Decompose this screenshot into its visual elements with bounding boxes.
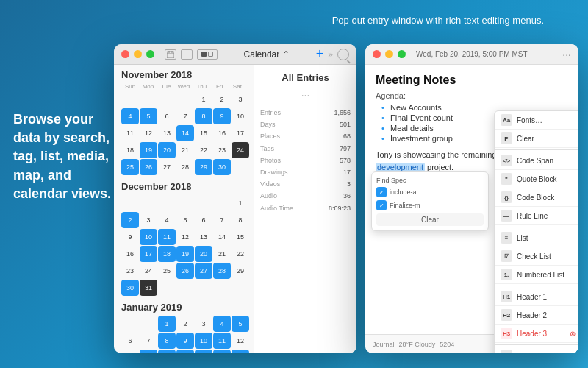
- cal-day[interactable]: 30: [121, 280, 139, 296]
- add-entry-button[interactable]: +: [316, 46, 324, 62]
- cal-day[interactable]: 5: [176, 212, 194, 228]
- cal-day[interactable]: 26: [140, 159, 157, 175]
- cal-day[interactable]: 24: [140, 263, 157, 279]
- find-clear-button[interactable]: Clear: [376, 213, 484, 226]
- cal-day[interactable]: 18: [213, 350, 231, 353]
- cal-day[interactable]: 15: [158, 350, 176, 353]
- cal-day[interactable]: [176, 280, 194, 296]
- cal-day[interactable]: 9: [176, 333, 194, 349]
- cal-day[interactable]: 25: [121, 159, 139, 175]
- cal-day[interactable]: 10: [140, 229, 157, 245]
- cal-day[interactable]: 5: [232, 316, 249, 332]
- cal-day[interactable]: 28: [213, 263, 231, 279]
- cal-day[interactable]: 6: [195, 212, 212, 228]
- cal-day[interactable]: 6: [121, 333, 139, 349]
- cal-day[interactable]: [213, 280, 231, 296]
- cal-day[interactable]: [176, 195, 194, 211]
- notes-more-icon[interactable]: ···: [562, 49, 571, 60]
- cal-day[interactable]: 8: [158, 333, 176, 349]
- cal-day[interactable]: 27: [158, 159, 176, 175]
- format-code-block[interactable]: {} Code Block: [495, 188, 578, 207]
- cal-day[interactable]: [195, 195, 212, 211]
- cal-day[interactable]: 2: [121, 212, 139, 228]
- cal-day[interactable]: 2: [213, 91, 231, 107]
- cal-day[interactable]: 4: [121, 108, 139, 124]
- cal-day[interactable]: 4: [213, 316, 231, 332]
- cal-day[interactable]: 3: [195, 316, 212, 332]
- cal-day[interactable]: 12: [232, 333, 249, 349]
- cal-day[interactable]: 7: [213, 212, 231, 228]
- cal-day[interactable]: [140, 316, 157, 332]
- find-checkbox-2[interactable]: ✓: [376, 200, 387, 210]
- cal-day[interactable]: [176, 91, 194, 107]
- cal-day[interactable]: 23: [121, 263, 139, 279]
- cal-day[interactable]: 21: [213, 246, 231, 262]
- cal-day[interactable]: 3: [232, 91, 249, 107]
- cal-day[interactable]: 17: [232, 125, 249, 141]
- cal-day[interactable]: [121, 195, 139, 211]
- more-button[interactable]: »: [328, 49, 333, 60]
- cal-day[interactable]: 30: [213, 159, 231, 175]
- cal-day[interactable]: 16: [121, 246, 139, 262]
- cal-day[interactable]: [140, 195, 157, 211]
- search-icon[interactable]: [337, 49, 349, 60]
- format-numbered-list[interactable]: 1. Numbered List: [495, 266, 578, 284]
- cal-day[interactable]: 14: [140, 350, 157, 353]
- format-h3[interactable]: H3 Header 3 ⊗: [495, 325, 578, 343]
- cal-day[interactable]: 12: [176, 229, 194, 245]
- fullscreen-button[interactable]: [146, 50, 154, 58]
- cal-day[interactable]: [158, 280, 176, 296]
- cal-day[interactable]: [158, 195, 176, 211]
- cal-day[interactable]: 13: [195, 229, 212, 245]
- calendar-icon[interactable]: [165, 49, 176, 60]
- format-check-list[interactable]: ☑ Check List: [495, 247, 578, 266]
- cal-day[interactable]: [232, 280, 249, 296]
- view-icon[interactable]: [181, 49, 193, 60]
- cal-day[interactable]: 22: [195, 142, 212, 158]
- cal-day[interactable]: 27: [195, 263, 212, 279]
- notes-close-button[interactable]: [373, 50, 381, 58]
- format-clear[interactable]: P Clear: [495, 130, 578, 148]
- cal-day[interactable]: 10: [195, 333, 212, 349]
- cal-day[interactable]: 2: [176, 316, 194, 332]
- cal-day[interactable]: 11: [158, 229, 176, 245]
- cal-day[interactable]: 14: [176, 125, 194, 141]
- cal-day[interactable]: 23: [213, 142, 231, 158]
- cal-day[interactable]: 11: [121, 125, 139, 141]
- cal-day[interactable]: 1: [195, 91, 212, 107]
- cal-day[interactable]: 18: [121, 142, 139, 158]
- cal-day[interactable]: 15: [195, 125, 212, 141]
- notes-minimize-button[interactable]: [385, 50, 393, 58]
- minimize-button[interactable]: [134, 50, 142, 58]
- find-checkbox-1[interactable]: ✓: [376, 187, 387, 197]
- format-code-span[interactable]: </> Code Span: [495, 152, 578, 170]
- cal-day[interactable]: 17: [195, 350, 212, 353]
- cal-day[interactable]: [140, 91, 157, 107]
- format-header1-style[interactable]: Aa Header 1: [495, 347, 578, 353]
- display-toggle[interactable]: [197, 49, 218, 60]
- cal-day[interactable]: [213, 195, 231, 211]
- cal-day[interactable]: 1: [232, 195, 249, 211]
- calendar-dropdown[interactable]: Calendar ⌃: [244, 49, 290, 60]
- cal-day[interactable]: 16: [213, 125, 231, 141]
- cal-day[interactable]: 22: [232, 246, 249, 262]
- cal-day[interactable]: 8: [232, 212, 249, 228]
- cal-day[interactable]: 6: [158, 108, 176, 124]
- cal-day[interactable]: 26: [176, 263, 194, 279]
- cal-day[interactable]: 13: [121, 350, 139, 353]
- cal-day[interactable]: 18: [158, 246, 176, 262]
- cal-day[interactable]: 20: [195, 246, 212, 262]
- cal-day[interactable]: [121, 91, 139, 107]
- cal-day[interactable]: 20: [158, 142, 176, 158]
- cal-day[interactable]: 9: [121, 229, 139, 245]
- cal-day[interactable]: 15: [232, 229, 249, 245]
- cal-day[interactable]: 13: [158, 125, 176, 141]
- format-h2[interactable]: H2 Header 2: [495, 306, 578, 325]
- cal-day[interactable]: 24: [232, 142, 249, 158]
- cal-day[interactable]: [158, 91, 176, 107]
- cal-day[interactable]: 16: [176, 350, 194, 353]
- cal-day[interactable]: 11: [213, 333, 231, 349]
- cal-day[interactable]: 1: [158, 316, 176, 332]
- cal-day[interactable]: 17: [140, 246, 157, 262]
- cal-day[interactable]: 4: [158, 212, 176, 228]
